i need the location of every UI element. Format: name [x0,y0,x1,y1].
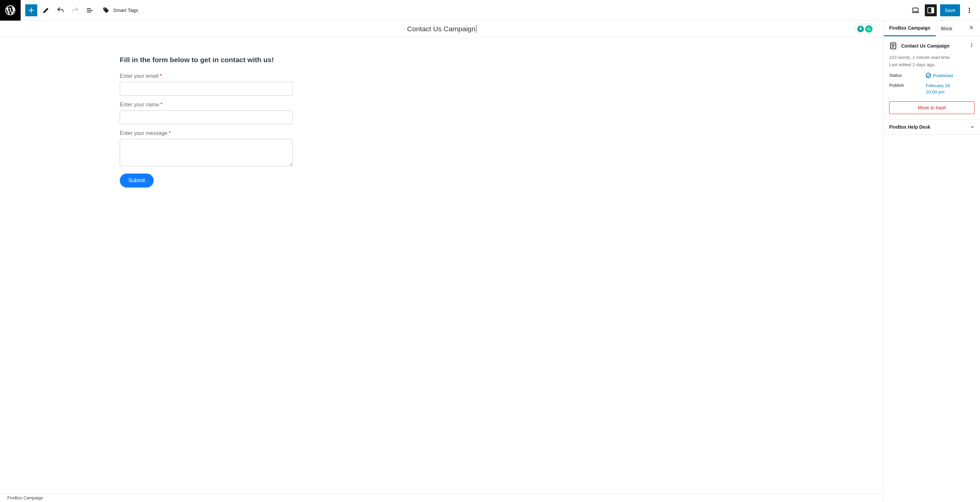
add-block-button[interactable] [25,4,37,16]
save-label: Save [945,8,955,13]
tab-block[interactable]: Block [936,21,958,36]
help-desk-panel-toggle[interactable]: FireBox Help Desk [884,120,980,135]
wordpress-icon [4,4,16,16]
svg-rect-3 [931,8,934,13]
publish-label: Publish [889,83,926,88]
form-heading[interactable]: Fill in the form below to get in contact… [120,56,293,64]
sidebar-tabs: FireBox Campaign Block [884,21,980,37]
chevron-down-icon [970,125,975,129]
breadcrumb[interactable]: FireBox Campaign [7,496,43,500]
tools-button[interactable] [40,4,52,16]
svg-point-5 [969,10,970,11]
doc-options-button[interactable] [969,42,975,49]
sidebar-icon [927,6,935,14]
title-row: Contact Us Campaign G [0,21,883,37]
undo-icon [57,6,65,14]
tab-firebox-campaign[interactable]: FireBox Campaign [884,21,936,36]
status-value[interactable]: Published [926,73,953,78]
grammarly-icon[interactable]: G [865,25,873,33]
pencil-icon [42,6,50,14]
svg-point-8 [971,43,972,44]
contact-form-block: Fill in the form below to get in contact… [120,56,293,187]
document-panel: Contact Us Campaign 103 words, 1 minute … [884,37,980,120]
document-overview-button[interactable] [84,4,96,16]
wordpress-logo[interactable] [0,0,21,21]
submit-button[interactable]: Submit [120,173,154,187]
svg-point-0 [105,8,105,9]
doc-title: Contact Us Campaign [901,43,965,49]
kebab-icon [969,42,975,48]
email-input[interactable] [120,82,293,96]
svg-point-6 [969,12,970,13]
svg-rect-1 [913,8,918,12]
undo-button[interactable] [54,4,67,16]
editor-canvas[interactable]: Fill in the form below to get in contact… [0,37,883,493]
laptop-icon [912,6,920,14]
message-textarea[interactable] [120,139,293,166]
settings-sidebar: FireBox Campaign Block Contact Us Campai… [883,21,980,502]
publish-value[interactable]: February 16 10:00 pm [926,83,950,95]
options-button[interactable] [963,4,975,16]
smart-tags-label: Smart Tags [113,7,138,13]
list-icon [86,6,94,14]
svg-point-9 [971,45,972,46]
save-button[interactable]: Save [940,4,960,16]
message-label: Enter your message* [120,130,293,136]
meta-last-edited: Last edited 2 days ago. [889,61,975,68]
status-label: Status [889,73,926,78]
document-icon [889,42,897,50]
editor-footer: FireBox Campaign [0,493,883,502]
settings-sidebar-toggle[interactable] [925,4,937,16]
tag-icon [102,6,110,14]
editor-area: Contact Us Campaign G Fill in the form b… [0,21,883,502]
redo-icon [71,6,79,14]
hint-icon[interactable] [857,25,864,32]
svg-point-4 [969,8,970,9]
kebab-icon [966,6,974,14]
view-button[interactable] [910,4,921,16]
close-sidebar-button[interactable] [965,25,978,32]
smart-tags-button[interactable]: Smart Tags [99,6,142,14]
name-label: Enter your name* [120,102,293,108]
meta-read-time: 103 words, 1 minute read time. [889,54,975,61]
check-circle-icon [926,73,931,78]
email-label: Enter your email* [120,73,293,79]
help-desk-label: FireBox Help Desk [889,124,931,130]
plus-icon [27,6,35,14]
assistant-widgets: G [855,24,875,34]
svg-point-10 [971,46,972,47]
redo-button[interactable] [69,4,81,16]
move-to-trash-button[interactable]: Move to trash [889,102,975,114]
close-icon [969,25,974,30]
name-input[interactable] [120,110,293,124]
post-title[interactable]: Contact Us Campaign [407,25,476,33]
top-toolbar: Smart Tags Save [0,0,980,21]
